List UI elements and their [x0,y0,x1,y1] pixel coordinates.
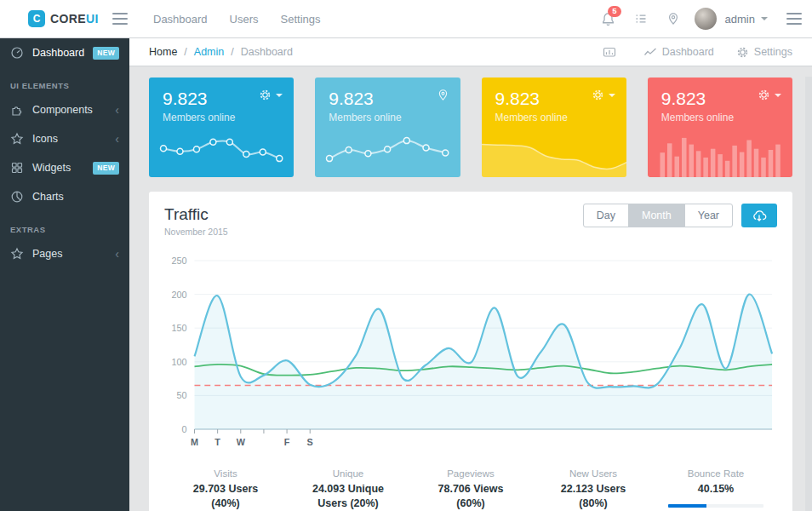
card-label: Members online [495,112,613,123]
chevron-left-icon: ‹ [115,248,119,260]
logo-icon: C [28,10,45,27]
svg-text:0: 0 [182,424,187,434]
progress-bar [668,504,763,508]
sidebar-item-pages[interactable]: Pages ‹ [0,239,129,268]
traffic-chart: 050100150200250MTWFS [164,249,777,451]
card-settings-dropdown[interactable] [758,89,781,101]
svg-text:W: W [237,437,246,447]
new-badge: NEW [93,162,119,175]
notification-badge: 5 [608,6,620,17]
speedometer-icon [10,46,24,60]
svg-text:200: 200 [172,290,187,300]
gear-icon [592,89,604,101]
sidebar-section-extras: EXTRAS [0,211,129,239]
range-year-button[interactable]: Year [684,204,733,227]
stat-unique: Unique 24.093 Unique Users (20%) [287,468,409,511]
breadcrumb-settings-link[interactable]: Settings [736,46,792,59]
user-avatar[interactable] [695,8,717,30]
breadcrumb-current: Dashboard [241,46,293,58]
sidebar-toggle-button[interactable] [112,13,128,25]
chevron-down-icon [775,94,781,97]
card-sparkline-chart [325,120,449,169]
sidebar-item-charts[interactable]: Charts [0,182,129,211]
sidebar-item-widgets[interactable]: Widgets NEW [0,153,129,182]
location-button[interactable] [657,12,689,26]
panel-subtitle: November 2015 [164,227,777,237]
brand-logo[interactable]: C COREUI [0,10,104,27]
header-nav: Dashboard Users Settings [153,13,343,26]
card-settings-dropdown[interactable] [259,89,283,101]
sidebar-section-ui-elements: UI ELEMENTS [0,67,129,95]
range-month-button[interactable]: Month [628,204,685,227]
svg-text:50: 50 [177,390,187,400]
card-value: 9.823 [329,89,446,109]
breadcrumb-admin[interactable]: Admin [194,46,224,58]
star-icon [10,247,24,261]
sidebar-item-label: Charts [32,191,64,203]
download-button[interactable] [741,204,777,227]
pie-chart-icon [10,190,24,204]
sidebar-item-label: Dashboard [32,47,84,59]
stat-pageviews: Pageviews 78.706 Views (60%) [409,468,532,511]
new-badge: NEW [93,47,119,60]
gear-icon [259,89,272,101]
card-bar-chart [659,123,781,177]
sidebar-item-components[interactable]: Components ‹ [0,95,129,124]
breadcrumb-dashboard-link[interactable]: Dashboard [643,46,714,58]
star-icon [10,132,24,146]
traffic-panel: Traffic November 2015 Day Month Year [149,192,792,511]
svg-text:100: 100 [172,357,187,367]
card-sparkline-chart [159,120,283,169]
sidebar-item-label: Widgets [32,162,71,174]
stat-visits: Visits 29.703 Users (40%) [164,468,287,511]
notifications-button[interactable]: 5 [592,12,625,26]
breadcrumb-chart-button[interactable] [603,46,621,59]
range-day-button[interactable]: Day [583,204,629,227]
sidebar-item-icons[interactable]: Icons ‹ [0,124,129,153]
tasks-button[interactable] [625,12,657,26]
scrollbar[interactable] [805,77,812,511]
top-header: C COREUI Dashboard Users Settings 5 [0,0,812,38]
task-list-icon [634,12,648,26]
card-settings-dropdown[interactable] [592,89,615,101]
location-pin-icon [666,12,680,26]
stat-card-danger: 9.823 Members online [648,78,792,177]
svg-text:M: M [191,437,198,447]
user-menu[interactable]: admin [725,13,768,26]
sidebar-item-dashboard[interactable]: Dashboard NEW [0,38,129,67]
traffic-stats-row: Visits 29.703 Users (40%) Unique 24.093 … [164,451,777,511]
gear-icon [758,89,770,101]
brand-core-text: CORE [50,12,86,26]
sidebar-item-label: Icons [32,133,58,145]
cloud-download-icon [751,209,768,223]
sidebar-item-label: Pages [32,248,62,260]
breadcrumb-home[interactable]: Home [149,46,177,58]
chevron-down-icon [761,17,768,20]
header-nav-dashboard[interactable]: Dashboard [153,13,208,26]
trend-line-icon [643,47,657,57]
aside-toggle-button[interactable] [786,13,802,25]
svg-text:S: S [307,437,313,447]
header-nav-settings[interactable]: Settings [281,13,321,26]
chevron-left-icon: ‹ [115,133,119,145]
svg-text:T: T [214,437,220,447]
stat-card-warning: 9.823 Members online [482,78,626,177]
sidebar-item-label: Components [32,104,93,116]
main-area: Home / Admin / Dashboard Dashboard [129,38,812,511]
breadcrumb: Home / Admin / Dashboard Dashboard [129,38,812,66]
chart-frame-icon [603,46,616,59]
puzzle-icon [10,103,24,117]
sidebar: Dashboard NEW UI ELEMENTS Components ‹ I… [0,38,129,511]
app-window: C COREUI Dashboard Users Settings 5 [0,0,812,511]
chevron-down-icon [276,94,283,97]
header-nav-users[interactable]: Users [230,13,259,26]
card-location-button[interactable] [437,89,449,101]
stat-cards-row: 9.823 Members online 9.823 Members onlin [149,78,792,177]
location-pin-icon [437,89,449,101]
chevron-down-icon [609,94,615,97]
svg-text:250: 250 [172,256,187,266]
stat-card-info: 9.823 Members online [315,78,460,177]
username-label: admin [725,13,755,26]
stat-bounce-rate: Bounce Rate 40.15% [655,468,777,511]
widgets-grid-icon [10,161,24,175]
